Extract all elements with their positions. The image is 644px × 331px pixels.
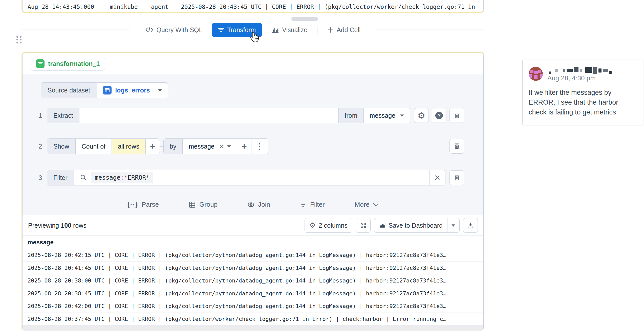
filter-control: Filter message:*ERROR*	[47, 170, 445, 185]
braces-icon: {··}	[127, 201, 138, 208]
cell-name-badge[interactable]: transformation_1	[31, 57, 105, 70]
table-column-header[interactable]: message	[23, 235, 483, 249]
expand-icon	[360, 222, 367, 229]
step-row-extract: 1 Extract from message ⚙ ?	[23, 108, 483, 123]
chevron-down-icon	[452, 224, 455, 227]
plus-icon: +	[150, 142, 155, 151]
extract-column-select[interactable]: message	[364, 108, 410, 123]
extract-help-button[interactable]: ?	[432, 108, 446, 123]
step-number: 1	[34, 112, 47, 120]
step-row-show: 2 Show Count of all rows + by message + …	[23, 138, 483, 154]
add-cell-button[interactable]: Add Cell	[327, 26, 361, 34]
transform-cell-icon	[36, 59, 45, 68]
table-row[interactable]: 2025-08-28 20:42:00 UTC | CORE | ERROR |…	[23, 300, 483, 313]
source-dataset-control: Source dataset logs_errors	[41, 82, 168, 98]
table-footer-scroll-area[interactable]	[23, 325, 483, 331]
toolbar-separator	[317, 26, 317, 34]
filter-clear-button[interactable]	[430, 170, 445, 185]
chevron-down-icon	[158, 89, 162, 91]
filter-action-label: Filter	[310, 201, 325, 208]
gear-icon: ⚙	[418, 111, 425, 120]
columns-settings-button[interactable]: ⚙ 2 columns	[305, 218, 352, 233]
step-number: 2	[34, 143, 47, 150]
show-add-measure-button[interactable]: +	[146, 139, 160, 154]
avatar	[529, 67, 543, 81]
previous-cell: Aug 28 14:43:45.000 minikube agent 2025-…	[22, 0, 484, 13]
filter-query-input[interactable]: message:*ERROR*	[74, 170, 430, 185]
dataset-name: logs_errors	[115, 87, 150, 94]
filter-delete-button[interactable]	[449, 170, 464, 185]
show-target-select[interactable]: all rows	[112, 139, 146, 154]
filter-query-token[interactable]: message:*ERROR*	[91, 172, 154, 183]
table-row[interactable]: 2025-08-28 20:38:45 UTC | CORE | ERROR |…	[23, 287, 483, 300]
extract-verb-label: Extract	[47, 108, 79, 123]
save-options-dropdown[interactable]	[447, 218, 459, 232]
plus-icon	[327, 27, 334, 33]
extract-column-value: message	[370, 112, 395, 119]
by-add-column-button[interactable]: +	[237, 139, 251, 154]
group-action-button[interactable]: Group	[189, 201, 218, 208]
transformation-cell: transformation_1 Source dataset logs_err…	[22, 52, 484, 331]
more-label: More	[355, 201, 370, 208]
source-dataset-select[interactable]: logs_errors	[97, 83, 168, 98]
parse-action-button[interactable]: {··} Parse	[127, 201, 159, 208]
extract-pattern-input[interactable]	[79, 108, 339, 123]
row-count: 100	[61, 222, 71, 229]
download-button[interactable]	[463, 218, 478, 233]
trash-icon	[454, 143, 460, 150]
expand-preview-button[interactable]	[356, 218, 371, 233]
divider-line	[22, 30, 130, 30]
by-label: by	[164, 139, 183, 154]
step-shortcuts: {··} Parse Group Join Filter	[23, 201, 483, 208]
show-verb-label: Show	[47, 139, 76, 154]
kebab-menu-icon: ⋮	[256, 142, 264, 150]
join-action-button[interactable]: Join	[247, 201, 270, 208]
table-row[interactable]: 2025-08-28 20:42:15 UTC | CORE | ERROR |…	[23, 249, 483, 262]
filter-action-button[interactable]: Filter	[300, 201, 325, 208]
filter-bars-icon	[300, 202, 307, 207]
query-with-sql-button[interactable]: Query With SQL	[145, 26, 202, 34]
chevron-down-icon	[400, 114, 404, 117]
comment-card: Aug 28, 4:30 pm If we filter the message…	[522, 60, 643, 125]
cell-header: transformation_1	[23, 53, 483, 75]
table-row[interactable]: 2025-08-28 20:37:45 UTC | CORE | ERROR |…	[23, 313, 483, 325]
transform-button[interactable]: Transform	[212, 23, 262, 37]
extract-delete-button[interactable]	[449, 108, 464, 123]
show-more-options-button[interactable]: ⋮	[251, 139, 268, 154]
extract-from-label: from	[339, 108, 364, 123]
filter-verb-label: Filter	[47, 170, 74, 185]
log-timestamp: Aug 28 14:43:45.000	[28, 4, 110, 10]
plus-icon: +	[242, 142, 247, 151]
group-list-icon	[189, 201, 196, 208]
table-row[interactable]: 2025-08-28 20:38:00 UTC | CORE | ERROR |…	[23, 274, 483, 287]
horizontal-scrollbar[interactable]	[291, 17, 318, 21]
comment-text: If we filter the messages by ERROR, I se…	[529, 88, 637, 117]
save-to-dashboard-split-button: Save to Dashboard	[374, 218, 460, 233]
log-host: minikube	[110, 4, 151, 10]
columns-label: 2 columns	[319, 222, 348, 229]
show-aggregation-select[interactable]: Count of	[76, 139, 112, 154]
save-to-dashboard-button[interactable]: Save to Dashboard	[374, 218, 447, 232]
close-icon	[434, 175, 440, 181]
connector-line	[160, 146, 163, 147]
visualize-button[interactable]: Visualize	[271, 26, 307, 34]
source-dataset-label: Source dataset	[41, 83, 97, 98]
table-row[interactable]: 2025-08-28 20:41:45 UTC | CORE | ERROR |…	[23, 262, 483, 274]
show-delete-button[interactable]	[449, 139, 464, 154]
step-row-filter: 3 Filter message:*ERROR*	[23, 170, 483, 185]
by-column-select[interactable]: message	[183, 139, 237, 154]
group-by-control: by message + ⋮	[163, 138, 268, 154]
add-cell-toolbar: Query With SQL Transform Visualize Add C…	[22, 22, 484, 38]
transform-steps-area: Source dataset logs_errors 1 Extract fro…	[23, 75, 483, 215]
close-icon[interactable]	[219, 144, 224, 149]
log-service: agent	[151, 4, 181, 10]
filter-field: message	[95, 174, 120, 181]
search-icon	[80, 174, 87, 181]
extract-control: Extract from message	[47, 108, 410, 123]
transform-label: Transform	[227, 26, 256, 34]
more-actions-button[interactable]: More	[355, 201, 379, 208]
extract-settings-button[interactable]: ⚙	[414, 108, 429, 123]
log-table-body: 2025-08-28 20:42:15 UTC | CORE | ERROR |…	[23, 249, 483, 325]
log-table-row[interactable]: Aug 28 14:43:45.000 minikube agent 2025-…	[23, 1, 483, 12]
show-control: Show Count of all rows +	[47, 138, 160, 154]
